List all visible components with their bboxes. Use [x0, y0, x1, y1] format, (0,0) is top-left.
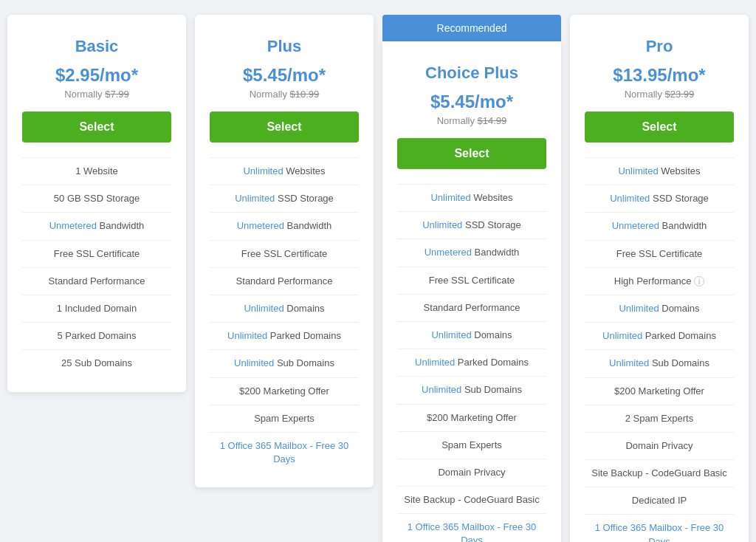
feature-item: Site Backup - CodeGuard Basic	[397, 486, 546, 513]
feature-item: Unlimited Parked Domains	[210, 322, 359, 349]
features-list: Unlimited WebsitesUnlimited SSD StorageU…	[585, 157, 734, 542]
feature-item: Unlimited SSD Storage	[585, 185, 734, 212]
feature-item: 1 Website	[22, 157, 171, 185]
feature-item: Unmetered Bandwidth	[22, 212, 171, 239]
plan-card-pro: Pro$13.95/mo*Normally $23.99SelectUnlimi…	[570, 15, 749, 542]
features-list: 1 Website50 GB SSD StorageUnmetered Band…	[22, 157, 171, 377]
feature-item: $200 Marketing Offer	[397, 404, 546, 431]
feature-item: Unlimited SSD Storage	[397, 211, 546, 239]
feature-item: Free SSL Certificate	[585, 240, 734, 267]
feature-item: Unlimited Domains	[397, 321, 546, 349]
plan-price: $2.95/mo*	[55, 65, 138, 86]
plan-card-choice-plus: Choice Plus$5.45/mo*Normally $14.99Selec…	[382, 41, 561, 542]
feature-item: Unlimited Sub Domains	[210, 349, 359, 377]
feature-item: Free SSL Certificate	[22, 240, 171, 267]
feature-item: Unmetered Bandwidth	[397, 239, 546, 266]
feature-item: Unlimited Parked Domains	[585, 322, 734, 349]
plan-card-plus: Plus$5.45/mo*Normally $10.99SelectUnlimi…	[195, 15, 374, 487]
feature-item: Unlimited Sub Domains	[585, 349, 734, 377]
feature-item: Spam Experts	[397, 431, 546, 459]
plan-name: Choice Plus	[425, 64, 518, 83]
pricing-container: Basic$2.95/mo*Normally $7.99Select1 Webs…	[7, 15, 749, 542]
plan-normal-price: Normally $10.99	[250, 89, 320, 100]
plan-wrapper-pro: Pro$13.95/mo*Normally $23.99SelectUnlimi…	[570, 15, 749, 542]
feature-item: Unlimited Websites	[210, 157, 359, 185]
feature-item: Unlimited Domains	[585, 295, 734, 322]
recommended-badge: Recommended	[382, 15, 561, 41]
plan-normal-price: Normally $7.99	[64, 89, 128, 100]
feature-item: Unlimited Websites	[397, 184, 546, 211]
plan-normal-price: Normally $23.99	[625, 89, 695, 100]
select-button-pro[interactable]: Select	[585, 112, 734, 143]
feature-item: Site Backup - CodeGuard Basic	[585, 459, 734, 487]
feature-item: High Performance i	[585, 267, 734, 295]
plan-price: $5.45/mo*	[243, 65, 326, 86]
feature-item: Domain Privacy	[585, 432, 734, 459]
feature-item: Free SSL Certificate	[397, 267, 546, 294]
plan-price: $5.45/mo*	[430, 92, 513, 112]
feature-item: Domain Privacy	[397, 459, 546, 486]
feature-item: 5 Parked Domains	[22, 322, 171, 349]
feature-item: Unmetered Bandwidth	[210, 212, 359, 239]
plan-price: $13.95/mo*	[613, 65, 705, 86]
plan-wrapper-basic: Basic$2.95/mo*Normally $7.99Select1 Webs…	[7, 15, 186, 392]
feature-item: Unlimited SSD Storage	[210, 185, 359, 212]
feature-item: Unlimited Parked Domains	[397, 349, 546, 376]
feature-item: 1 Office 365 Mailbox - Free 30 Days	[397, 513, 546, 542]
plan-card-basic: Basic$2.95/mo*Normally $7.99Select1 Webs…	[7, 15, 186, 392]
plan-name: Basic	[75, 37, 119, 56]
feature-item: 50 GB SSD Storage	[22, 185, 171, 212]
feature-item: Spam Experts	[210, 405, 359, 432]
feature-item: $200 Marketing Offer	[585, 377, 734, 405]
feature-item: $200 Marketing Offer	[210, 377, 359, 405]
select-button-choice-plus[interactable]: Select	[397, 138, 546, 169]
feature-item: 25 Sub Domains	[22, 349, 171, 377]
feature-item: Standard Performance	[22, 267, 171, 295]
plan-wrapper-plus: Plus$5.45/mo*Normally $10.99SelectUnlimi…	[195, 15, 374, 487]
feature-item: 1 Office 365 Mailbox - Free 30 Days	[585, 514, 734, 542]
plan-wrapper-choice-plus: RecommendedChoice Plus$5.45/mo*Normally …	[382, 15, 561, 542]
feature-item: Unlimited Domains	[210, 295, 359, 322]
feature-item: Dedicated IP	[585, 487, 734, 514]
features-list: Unlimited WebsitesUnlimited SSD StorageU…	[397, 184, 546, 542]
features-list: Unlimited WebsitesUnlimited SSD StorageU…	[210, 157, 359, 473]
feature-item: Free SSL Certificate	[210, 240, 359, 267]
select-button-plus[interactable]: Select	[210, 112, 359, 143]
plan-name: Plus	[267, 37, 301, 56]
plan-normal-price: Normally $14.99	[437, 115, 507, 126]
select-button-basic[interactable]: Select	[22, 112, 171, 143]
feature-item: Standard Performance	[397, 294, 546, 321]
plan-name: Pro	[646, 37, 673, 56]
feature-item: Standard Performance	[210, 267, 359, 295]
feature-item: Unlimited Sub Domains	[397, 376, 546, 403]
feature-item: Unlimited Websites	[585, 157, 734, 185]
feature-item: 1 Office 365 Mailbox - Free 30 Days	[210, 432, 359, 473]
feature-item: 2 Spam Experts	[585, 405, 734, 432]
feature-item: Unmetered Bandwidth	[585, 212, 734, 239]
feature-item: 1 Included Domain	[22, 295, 171, 322]
